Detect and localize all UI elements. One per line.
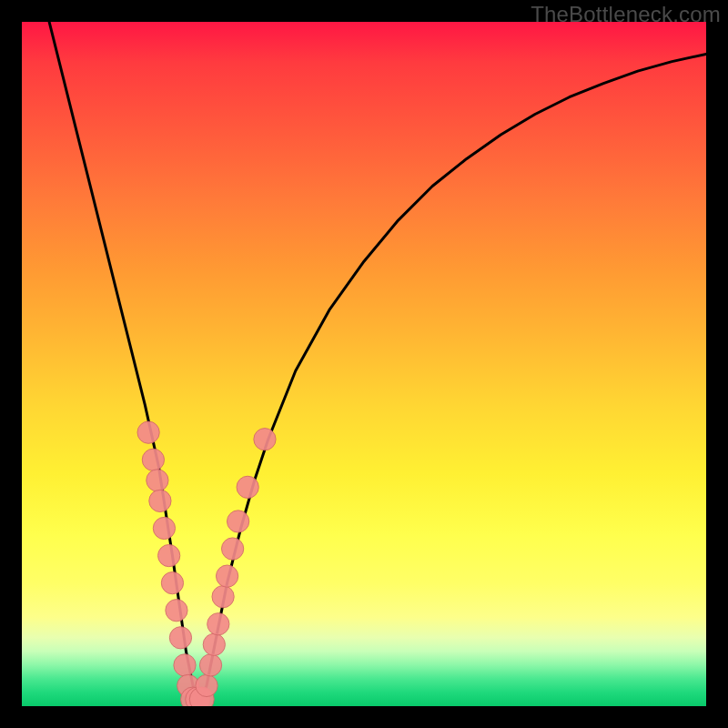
watermark-text: TheBottleneck.com xyxy=(531,2,721,27)
svg-point-1 xyxy=(142,449,164,470)
svg-point-14 xyxy=(196,674,217,696)
svg-point-0 xyxy=(137,421,159,443)
svg-point-16 xyxy=(203,633,225,655)
svg-point-3 xyxy=(149,490,171,511)
svg-point-7 xyxy=(166,600,187,622)
svg-point-18 xyxy=(212,586,234,608)
chart-frame: TheBottleneck.com xyxy=(0,0,728,728)
svg-point-17 xyxy=(207,613,229,635)
chart-svg xyxy=(22,22,706,706)
svg-point-19 xyxy=(216,565,238,587)
bottleneck-curve xyxy=(49,22,706,706)
data-markers xyxy=(137,421,276,706)
svg-point-4 xyxy=(153,517,175,539)
svg-point-2 xyxy=(147,470,168,491)
svg-point-9 xyxy=(174,654,196,676)
svg-point-15 xyxy=(199,654,221,676)
svg-point-21 xyxy=(228,511,249,532)
plot-area xyxy=(22,22,706,706)
svg-point-6 xyxy=(161,572,183,594)
svg-point-23 xyxy=(254,429,276,450)
svg-point-20 xyxy=(222,538,244,560)
svg-point-22 xyxy=(237,476,258,498)
svg-point-8 xyxy=(169,627,191,649)
svg-point-5 xyxy=(158,544,180,566)
